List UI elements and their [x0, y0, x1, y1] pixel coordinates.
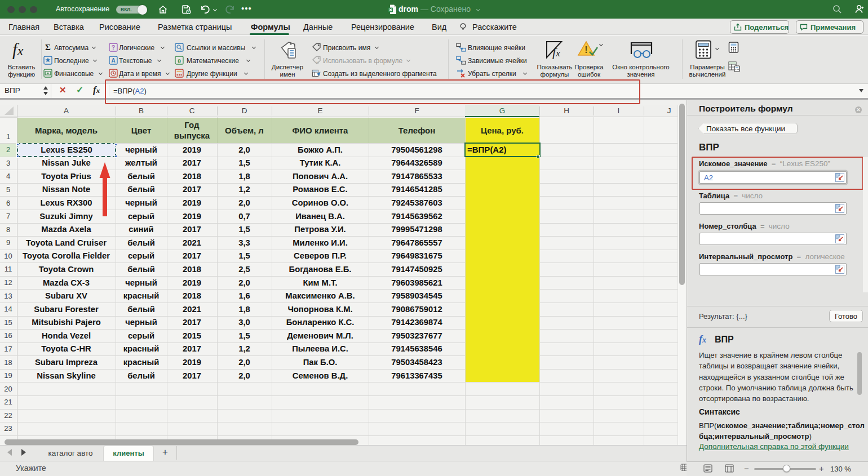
svg-text:!: !	[584, 45, 587, 55]
svg-text:θ: θ	[178, 57, 181, 64]
svg-text:Σ: Σ	[45, 43, 51, 52]
svg-text:A: A	[111, 57, 115, 64]
svg-text:fx: fx	[316, 60, 320, 65]
svg-text:?: ?	[112, 45, 115, 51]
